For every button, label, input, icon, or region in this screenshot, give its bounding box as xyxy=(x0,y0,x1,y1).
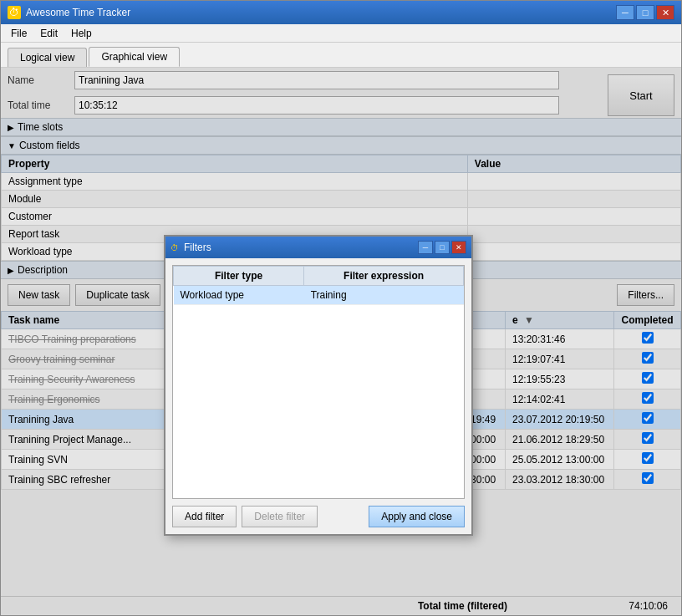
filter-type-cell: Workload type xyxy=(174,286,304,305)
dialog-close-button[interactable]: ✕ xyxy=(451,241,466,254)
menu-bar: File Edit Help xyxy=(1,24,681,43)
dialog-title-bar: ⏱ Filters ─ □ ✕ xyxy=(165,237,471,258)
menu-file[interactable]: File xyxy=(4,26,33,41)
content-area: Start Name Total time ▶ Time slots ▼ Cus… xyxy=(1,68,681,615)
filter-expression-cell: Training xyxy=(304,286,464,305)
apply-close-button[interactable]: Apply and close xyxy=(369,506,465,527)
dialog-footer: Add filter Delete filter Apply and close xyxy=(172,506,465,527)
filter-col-expression: Filter expression xyxy=(304,267,464,286)
app-icon: ⏱ xyxy=(8,6,21,19)
dialog-title-text: Filters xyxy=(184,242,418,253)
filter-dialog: ⏱ Filters ─ □ ✕ Filter type Filter expre… xyxy=(164,235,473,536)
close-button[interactable]: ✕ xyxy=(656,5,674,20)
menu-edit[interactable]: Edit xyxy=(33,26,64,41)
dialog-restore-button[interactable]: □ xyxy=(435,241,450,254)
title-bar: ⏱ Awesome Time Tracker ─ □ ✕ xyxy=(1,1,681,24)
window-title: Awesome Time Tracker xyxy=(26,7,616,18)
dialog-minimize-button[interactable]: ─ xyxy=(418,241,433,254)
maximize-button[interactable]: □ xyxy=(636,5,654,20)
dialog-content: Filter type Filter expression Workload t… xyxy=(165,258,471,534)
tab-logical-view[interactable]: Logical view xyxy=(8,48,87,67)
tab-bar: Logical view Graphical view xyxy=(1,43,681,68)
filter-table: Filter type Filter expression Workload t… xyxy=(173,266,464,305)
filter-col-type: Filter type xyxy=(174,267,304,286)
dialog-icon: ⏱ xyxy=(170,243,179,252)
add-filter-button[interactable]: Add filter xyxy=(172,506,237,527)
filter-row[interactable]: Workload typeTraining xyxy=(174,286,464,305)
title-bar-buttons: ─ □ ✕ xyxy=(616,5,674,20)
menu-help[interactable]: Help xyxy=(64,26,99,41)
filter-table-container: Filter type Filter expression Workload t… xyxy=(172,265,465,499)
main-window: ⏱ Awesome Time Tracker ─ □ ✕ File Edit H… xyxy=(0,0,682,616)
delete-filter-button[interactable]: Delete filter xyxy=(242,506,318,527)
dialog-title-buttons: ─ □ ✕ xyxy=(418,241,466,254)
tab-graphical-view[interactable]: Graphical view xyxy=(89,47,180,67)
minimize-button[interactable]: ─ xyxy=(616,5,634,20)
